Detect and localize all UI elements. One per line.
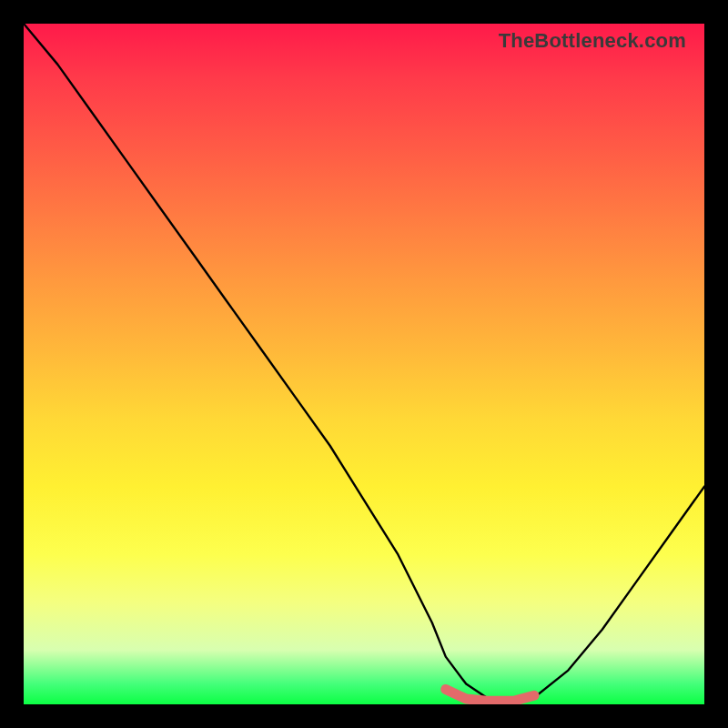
bottleneck-curve: [24, 24, 704, 701]
plot-area: TheBottleneck.com: [24, 24, 704, 704]
curve-layer: [24, 24, 704, 704]
watermark-label: TheBottleneck.com: [499, 29, 686, 53]
chart-frame: TheBottleneck.com: [0, 0, 728, 728]
minimum-highlight: [446, 690, 534, 702]
